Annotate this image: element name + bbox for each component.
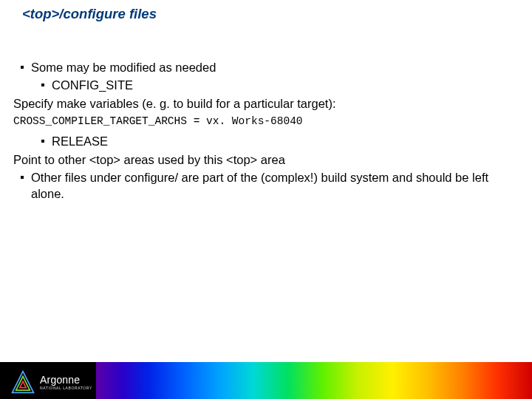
- bullet-dot-icon: [21, 176, 24, 179]
- bullet-text: CONFIG_SITE: [52, 77, 133, 93]
- bullet-dot-icon: [21, 66, 24, 69]
- bullet-level1: Other files under configure/ are part of…: [21, 169, 519, 202]
- bullet-text: Some may be modified as needed: [31, 59, 216, 75]
- code-line: CROSS_COMPILER_TARGET_ARCHS = vx. Works-…: [13, 115, 519, 129]
- description-text: Point to other <top> areas used by this …: [13, 151, 285, 168]
- footer-bar: Argonne NATIONAL LABORATORY: [0, 362, 532, 399]
- slide: <top>/configure files Some may be modifi…: [0, 0, 532, 399]
- bullet-dot-icon: [41, 140, 44, 143]
- spectrum-band: [96, 362, 532, 399]
- bullet-description: Specify make variables (e. g. to build f…: [13, 95, 519, 112]
- slide-body: Some may be modified as needed CONFIG_SI…: [13, 59, 519, 203]
- bullet-level2: CONFIG_SITE: [41, 77, 519, 93]
- description-text: Specify make variables (e. g. to build f…: [13, 95, 336, 112]
- bullet-level2: RELEASE: [41, 133, 519, 149]
- footer-logo-name: Argonne: [40, 374, 92, 386]
- bullet-dot-icon: [41, 83, 44, 86]
- slide-title: <top>/configure files: [22, 6, 157, 22]
- footer-logo-text: Argonne NATIONAL LABORATORY: [40, 374, 92, 390]
- footer-logo: Argonne NATIONAL LABORATORY: [10, 369, 92, 395]
- footer-logo-sub: NATIONAL LABORATORY: [40, 386, 92, 390]
- bullet-text: RELEASE: [52, 133, 108, 149]
- argonne-logo-icon: [10, 369, 35, 395]
- bullet-description: Point to other <top> areas used by this …: [13, 151, 519, 168]
- bullet-level1: Some may be modified as needed: [21, 59, 519, 75]
- bullet-text: Other files under configure/ are part of…: [31, 169, 519, 202]
